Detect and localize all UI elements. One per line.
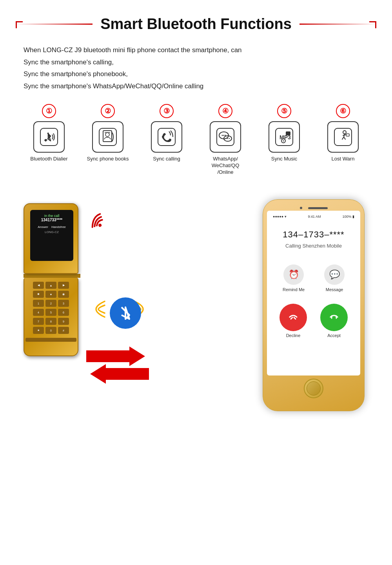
feature-5: ⑤ MP3 Sync Music xyxy=(259,104,310,162)
phone-side: In the call 1341733**** Answer Handsfree… xyxy=(16,191,180,419)
svg-rect-20 xyxy=(334,128,352,146)
screen-handsfree: Handsfree xyxy=(51,225,66,229)
header-line-left xyxy=(16,24,93,25)
keypad-key: ▶ xyxy=(58,282,69,289)
bluetooth-circle xyxy=(110,297,141,329)
screen-answer: Answer xyxy=(38,225,48,229)
svg-marker-25 xyxy=(90,364,149,384)
red-arrows xyxy=(78,344,157,385)
remind-me-label: Remind Me xyxy=(283,287,305,292)
description-section: When LONG-CZ J9 bluetooth mini flip phon… xyxy=(24,44,368,92)
feature-label-4: WhatsApp/ WeChat/QQ /Online xyxy=(212,156,240,176)
keypad-nav-row: ◀ ▲ ▶ xyxy=(33,282,69,289)
keypad-key: 6 xyxy=(58,309,69,316)
feature-label-3: Sync calling xyxy=(153,156,180,162)
feature-label-6: Lost Warn xyxy=(332,156,355,162)
message-button[interactable]: 💬 Message xyxy=(324,264,345,292)
feature-number-3: ③ xyxy=(160,104,174,118)
decline-button[interactable] xyxy=(279,304,307,331)
wifi-signal-red xyxy=(83,204,113,236)
caller-location: Calling Shenzhen Mobile xyxy=(285,243,342,249)
accept-button-wrapper: Accept xyxy=(320,304,348,338)
bottom-section: In the call 1341733**** Answer Handsfree… xyxy=(16,191,376,419)
svg-point-8 xyxy=(222,135,223,136)
svg-point-13 xyxy=(227,138,228,139)
iphone-frame: ●●●●● ▾ 9:41 AM 100% ▮ 134–1733–**** Cal… xyxy=(263,199,365,411)
features-section: ① Bluetooth Dialier ② xyxy=(16,104,376,176)
feature-label-5: Sync Music xyxy=(271,156,297,162)
keypad-row-2: ✱ ▼ ◉ xyxy=(33,291,69,298)
keypad-key: 2 xyxy=(45,300,56,307)
iphone-home-button[interactable] xyxy=(304,379,323,398)
decline-label: Decline xyxy=(286,333,301,338)
screen-call-text: In the call xyxy=(44,214,60,218)
music-icon: MP3 xyxy=(269,121,300,153)
feature-number-6: ⑥ xyxy=(336,104,350,118)
time-display: 9:41 AM xyxy=(308,215,321,219)
sync-calling-icon xyxy=(151,121,182,153)
keypad-key: 8 xyxy=(45,318,56,325)
front-camera xyxy=(300,207,302,209)
flip-phone: In the call 1341733**** Answer Handsfree… xyxy=(24,203,80,356)
desc-line-4: Sync the smartphone's WhatsApp/WeChat/QQ… xyxy=(24,80,368,93)
svg-line-26 xyxy=(291,317,292,319)
iphone-screen: ●●●●● ▾ 9:41 AM 100% ▮ 134–1733–**** Cal… xyxy=(267,211,360,375)
wechat-icon xyxy=(210,121,241,153)
battery-indicator: 100% ▮ xyxy=(342,215,354,219)
keypad-key: ★ xyxy=(33,327,44,334)
bluetooth-phone-icon xyxy=(33,121,65,153)
flip-phone-bottom: ◀ ▲ ▶ ✱ ▼ ◉ 1 2 3 4 xyxy=(24,278,78,356)
message-icon: 💬 xyxy=(324,264,345,285)
keypad-row-4: 4 5 6 xyxy=(33,309,69,316)
accept-button[interactable] xyxy=(320,304,348,331)
keypad-key: 0 xyxy=(45,327,56,334)
iphone-status-bar: ●●●●● ▾ 9:41 AM 100% ▮ xyxy=(273,215,354,219)
caller-number: 134–1733–**** xyxy=(283,230,344,240)
svg-marker-24 xyxy=(86,346,145,366)
decline-button-wrapper: Decline xyxy=(279,304,307,338)
screen-number: 1341733**** xyxy=(41,218,63,222)
call-buttons: Decline Accept xyxy=(273,304,354,338)
page-title: Smart Bluetooth Functions xyxy=(100,16,292,33)
keypad-key: 1 xyxy=(33,300,44,307)
feature-number-1: ① xyxy=(42,104,56,118)
flip-brand: LONG-CZ xyxy=(45,230,59,234)
feature-4: ④ WhatsApp/ WeChat/QQ /Online xyxy=(200,104,251,176)
desc-line-1: When LONG-CZ J9 bluetooth mini flip phon… xyxy=(24,44,368,56)
feature-2: ② Sync phone books xyxy=(82,104,133,162)
keypad-key: 5 xyxy=(45,309,56,316)
keypad-key: 9 xyxy=(58,318,69,325)
keypad-key: 7 xyxy=(33,318,44,325)
desc-line-3: Sync the smartphone's phonebook, xyxy=(24,68,368,80)
feature-number-2: ② xyxy=(101,104,115,118)
wifi-signal-yellow-left xyxy=(92,297,108,324)
iphone-home-inner xyxy=(307,381,321,396)
header-section: Smart Bluetooth Functions xyxy=(16,16,376,33)
feature-number-4: ④ xyxy=(218,104,232,118)
flip-phone-top: In the call 1341733**** Answer Handsfree… xyxy=(24,203,78,274)
keypad-key: 3 xyxy=(58,300,69,307)
svg-point-9 xyxy=(223,135,225,136)
desc-line-2: Sync the smartphone's calling, xyxy=(24,56,368,69)
keypad-key: ▼ xyxy=(45,291,56,298)
signal-indicator: ●●●●● ▾ xyxy=(273,215,287,219)
iphone-actions: ⏰ Remind Me 💬 Message xyxy=(273,264,354,292)
feature-label-2: Sync phone books xyxy=(87,156,129,162)
message-label: Message xyxy=(326,287,343,292)
keypad-key: 4 xyxy=(33,309,44,316)
alarm-icon: ⏰ xyxy=(283,264,304,285)
feature-3: ③ Sync calling xyxy=(141,104,192,162)
page-wrapper: Smart Bluetooth Functions When LONG-CZ J… xyxy=(0,0,392,427)
keypad-row-3: 1 2 3 xyxy=(33,300,69,307)
speaker-grille xyxy=(308,207,328,209)
flip-phone-screen: In the call 1341733**** Answer Handsfree… xyxy=(30,210,73,261)
keypad-key: ▲ xyxy=(45,282,56,289)
remind-me-button[interactable]: ⏰ Remind Me xyxy=(283,264,305,292)
lost-warn-icon xyxy=(327,121,359,153)
feature-6: ⑥ Lost Warn xyxy=(318,104,368,162)
svg-line-27 xyxy=(294,317,296,319)
keypad-key: # xyxy=(58,327,69,334)
header-line-right xyxy=(299,24,376,25)
keypad-row-6: ★ 0 # xyxy=(33,327,69,334)
feature-number-5: ⑤ xyxy=(277,104,291,118)
